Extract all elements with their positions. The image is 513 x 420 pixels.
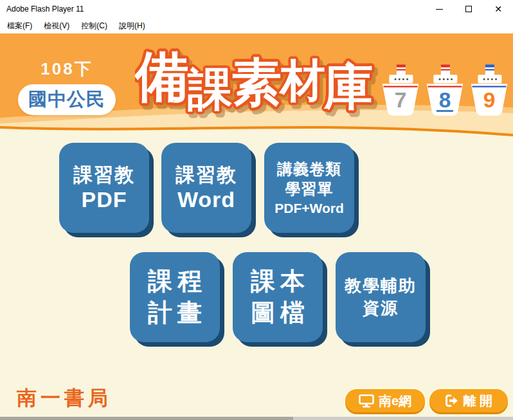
button-line: 課習教 <box>73 163 135 187</box>
ship-funnel-stripe <box>441 64 450 67</box>
title-char-2: 課 <box>187 64 233 114</box>
menu-help[interactable]: 說明(H) <box>113 19 151 33</box>
button-line: 講義卷類 <box>277 159 341 179</box>
window-titlebar: Adobe Flash Player 11 ✕ <box>0 0 513 18</box>
ship-funnel-line <box>441 69 450 70</box>
ship-funnel-line <box>485 69 494 70</box>
app-title: 備 課 素 材 庫 <box>135 39 381 121</box>
grade-8-selected-underline <box>437 110 453 112</box>
button-handouts-worksheets[interactable]: 講義卷類 學習單 PDF+Word <box>264 143 354 233</box>
ship-cabin <box>389 75 413 83</box>
grade-8-ship-button[interactable]: 8 <box>426 63 464 117</box>
window-title: Adobe Flash Player 11 <box>0 5 424 14</box>
grade-7-number: 7 <box>395 88 407 112</box>
title-char-1: 備 <box>135 46 189 107</box>
edition-badge: 108下 國中公民 <box>18 58 116 115</box>
button-kexijiao-pdf[interactable]: 課習教 PDF <box>59 143 149 233</box>
grade-7-ship-button[interactable]: 7 <box>381 63 420 117</box>
ship-funnel-stripe <box>397 64 406 67</box>
close-icon: ✕ <box>494 5 502 14</box>
grade-8-number: 8 <box>439 88 451 112</box>
button-line: PDF <box>82 187 127 213</box>
button-line: 課程 <box>143 266 207 297</box>
close-button[interactable]: ✕ <box>483 0 513 18</box>
semester-label: 108下 <box>18 58 116 80</box>
nan-e-web-label: 南e網 <box>379 392 411 410</box>
title-char-4: 材 <box>278 55 325 105</box>
menu-view[interactable]: 檢視(V) <box>38 19 75 33</box>
ship-cabin <box>478 75 501 83</box>
exit-icon <box>445 394 459 407</box>
publisher-logo: 南一書局 <box>17 385 112 412</box>
nan-e-web-button[interactable]: 南e網 <box>345 389 425 412</box>
window-controls: ✕ <box>424 0 513 18</box>
button-line: 課習教 <box>176 163 237 187</box>
menu-bar: 檔案(F) 檢視(V) 控制(C) 說明(H) <box>0 18 513 33</box>
minimize-button[interactable] <box>424 0 454 18</box>
button-line: 課本 <box>246 266 310 297</box>
menu-control[interactable]: 控制(C) <box>75 19 113 33</box>
button-curriculum-plan[interactable]: 課程 計畫 <box>130 252 220 342</box>
minimize-icon <box>436 9 443 10</box>
menu-file[interactable]: 檔案(F) <box>1 19 38 33</box>
ship-funnel-line <box>397 69 406 70</box>
button-line: 資源 <box>363 297 399 320</box>
scrollbar-segment <box>293 417 513 420</box>
button-kexijiao-word[interactable]: 課習教 Word <box>161 143 251 233</box>
button-line: 計畫 <box>143 297 207 329</box>
grade-ship-selector: 7 8 <box>381 63 509 117</box>
button-line: 教學輔助 <box>345 275 417 297</box>
ship-funnel-stripe <box>485 64 494 67</box>
flash-stage: 108下 國中公民 備 課 素 材 庫 <box>0 33 513 420</box>
page-header: 108下 國中公民 備 課 素 材 庫 <box>0 33 513 143</box>
button-line: Word <box>177 187 235 213</box>
monitor-icon <box>359 394 374 408</box>
grade-9-number: 9 <box>483 88 496 112</box>
ship-cabin <box>433 75 457 83</box>
title-char-3: 素 <box>231 54 282 111</box>
exit-button[interactable]: 離 開 <box>429 389 508 412</box>
maximize-button[interactable] <box>454 0 483 18</box>
button-line: PDF+Word <box>274 199 344 217</box>
maximize-icon <box>465 6 472 12</box>
subject-label: 國中公民 <box>28 87 105 113</box>
button-line: 圖檔 <box>246 297 310 329</box>
button-teaching-aid-resources[interactable]: 教學輔助 資源 <box>336 252 426 342</box>
bottom-scrollbar-strip <box>0 417 513 420</box>
exit-label: 離 開 <box>464 392 493 410</box>
grade-9-ship-button[interactable]: 9 <box>470 63 509 117</box>
title-char-5: 庫 <box>323 59 373 114</box>
subject-pill: 國中公民 <box>18 84 116 115</box>
flash-player-window: Adobe Flash Player 11 ✕ 檔案(F) 檢視(V) 控制(C… <box>0 0 513 420</box>
scrollbar-segment <box>0 417 293 420</box>
button-line: 學習單 <box>285 179 334 199</box>
button-textbook-images[interactable]: 課本 圖檔 <box>233 252 323 342</box>
